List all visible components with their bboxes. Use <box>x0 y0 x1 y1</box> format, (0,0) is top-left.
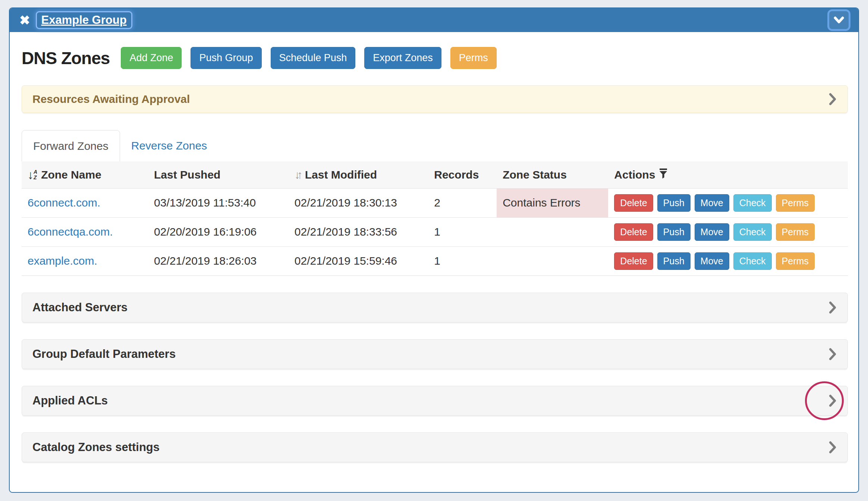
schedule-push-button[interactable]: Schedule Push <box>271 47 356 69</box>
attached-servers-panel[interactable]: Attached Servers <box>22 293 848 322</box>
group-card-body: DNS Zones Add Zone Push Group Schedule P… <box>10 32 858 462</box>
applied-acls-panel[interactable]: Applied ACLs <box>22 386 848 416</box>
group-card: ✖ Example Group DNS Zones Add Zone Push … <box>9 7 859 493</box>
column-records: Records <box>428 161 497 188</box>
records-cell: 2 <box>428 188 497 217</box>
column-actions: Actions <box>608 161 848 188</box>
records-cell: 1 <box>428 217 497 246</box>
chevron-down-icon <box>833 16 845 25</box>
sort-alpha-down-icon[interactable]: ↓AZ <box>28 169 37 181</box>
zone-tabs: Forward Zones Reverse Zones <box>22 130 848 161</box>
zone-status-cell: Contains Errors <box>497 188 608 217</box>
delete-button[interactable]: Delete <box>614 194 653 212</box>
tab-forward-zones[interactable]: Forward Zones <box>22 130 120 161</box>
group-name-link[interactable]: Example Group <box>37 12 131 28</box>
panel-label: Catalog Zones settings <box>32 441 160 454</box>
check-button[interactable]: Check <box>733 223 772 241</box>
check-button[interactable]: Check <box>733 252 772 270</box>
move-button[interactable]: Move <box>695 223 729 241</box>
panel-label: Resources Awaiting Approval <box>32 93 190 105</box>
chevron-right-icon <box>828 441 837 454</box>
panel-label: Attached Servers <box>32 301 128 314</box>
panel-label: Group Default Parameters <box>32 347 176 361</box>
column-zone-status: Zone Status <box>497 161 608 188</box>
last-pushed-cell: 03/13/2019 11:53:40 <box>148 188 289 217</box>
close-icon[interactable]: ✖ <box>19 14 30 26</box>
zone-status-cell <box>497 246 608 275</box>
delete-button[interactable]: Delete <box>614 252 653 270</box>
records-cell: 1 <box>428 246 497 275</box>
table-header-row: ↓AZ Zone Name Last Pushed ↓↑ Last Modifi… <box>22 161 848 188</box>
panel-label: Applied ACLs <box>32 394 108 407</box>
move-button[interactable]: Move <box>695 252 729 270</box>
resources-awaiting-approval-panel[interactable]: Resources Awaiting Approval <box>22 85 848 113</box>
push-group-button[interactable]: Push Group <box>191 47 261 69</box>
push-button[interactable]: Push <box>657 252 691 270</box>
column-last-pushed: Last Pushed <box>148 161 289 188</box>
chevron-right-icon <box>828 347 837 361</box>
sort-up-down-icon[interactable]: ↓↑ <box>295 168 300 181</box>
export-zones-button[interactable]: Export Zones <box>364 47 441 69</box>
last-modified-cell: 02/21/2019 18:30:13 <box>289 188 428 217</box>
annotation-highlight-circle <box>805 381 844 420</box>
zones-table: ↓AZ Zone Name Last Pushed ↓↑ Last Modifi… <box>22 161 848 276</box>
chevron-right-icon <box>828 394 837 407</box>
zone-name-link[interactable]: 6connect.com. <box>28 196 100 209</box>
last-modified-cell: 02/21/2019 15:59:46 <box>289 246 428 275</box>
catalog-zones-settings-panel[interactable]: Catalog Zones settings <box>22 432 848 462</box>
perms-button[interactable]: Perms <box>776 223 815 241</box>
table-row: 6connectqa.com. 02/20/2019 16:19:06 02/2… <box>22 217 848 246</box>
zone-name-link[interactable]: example.com. <box>28 255 97 267</box>
move-button[interactable]: Move <box>695 194 729 212</box>
chevron-right-icon <box>828 92 837 106</box>
zone-status-cell <box>497 217 608 246</box>
perms-button[interactable]: Perms <box>450 47 497 69</box>
chevron-right-icon <box>828 301 837 314</box>
push-button[interactable]: Push <box>657 223 691 241</box>
delete-button[interactable]: Delete <box>614 223 653 241</box>
table-row: 6connect.com. 03/13/2019 11:53:40 02/21/… <box>22 188 848 217</box>
last-pushed-cell: 02/21/2019 18:26:03 <box>148 246 289 275</box>
add-zone-button[interactable]: Add Zone <box>121 47 182 69</box>
perms-button[interactable]: Perms <box>776 252 815 270</box>
perms-button[interactable]: Perms <box>776 194 815 212</box>
toolbar: DNS Zones Add Zone Push Group Schedule P… <box>22 47 848 69</box>
check-button[interactable]: Check <box>733 194 772 212</box>
column-last-modified[interactable]: ↓↑ Last Modified <box>289 161 428 188</box>
column-zone-name[interactable]: ↓AZ Zone Name <box>22 161 148 188</box>
push-button[interactable]: Push <box>657 194 691 212</box>
group-default-parameters-panel[interactable]: Group Default Parameters <box>22 339 848 369</box>
last-pushed-cell: 02/20/2019 16:19:06 <box>148 217 289 246</box>
table-row: example.com. 02/21/2019 18:26:03 02/21/2… <box>22 246 848 275</box>
filter-funnel-icon[interactable] <box>659 168 668 182</box>
last-modified-cell: 02/21/2019 18:33:56 <box>289 217 428 246</box>
zone-name-link[interactable]: 6connectqa.com. <box>28 226 113 238</box>
page-title: DNS Zones <box>22 48 110 68</box>
group-card-header: ✖ Example Group <box>10 8 858 32</box>
tab-reverse-zones[interactable]: Reverse Zones <box>120 130 218 161</box>
collapse-group-button[interactable] <box>829 11 849 29</box>
